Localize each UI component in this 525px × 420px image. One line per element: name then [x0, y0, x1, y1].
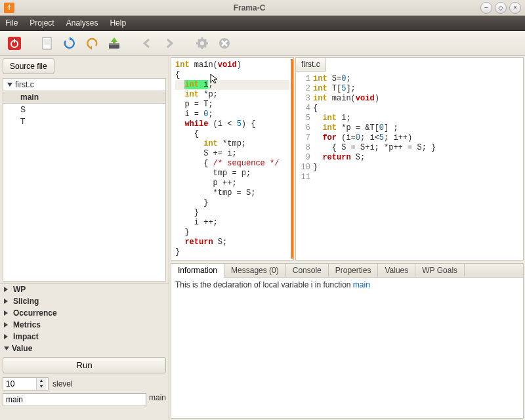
spin-down-icon[interactable]: ▼: [37, 384, 46, 390]
toolbar: [0, 31, 525, 56]
bottom-tab-strip: Information Messages (0) Console Propert…: [171, 264, 523, 278]
chevron-right-icon: [4, 287, 10, 292]
svg-rect-10: [109, 43, 119, 45]
tab-information[interactable]: Information: [171, 264, 224, 278]
window-title: Frama-C: [18, 3, 480, 12]
stop-icon[interactable]: [215, 34, 234, 52]
svg-rect-3: [43, 37, 51, 49]
svg-line-19: [198, 39, 200, 41]
chevron-down-icon: [7, 83, 12, 87]
menu-file[interactable]: File: [5, 18, 18, 28]
tab-properties[interactable]: Properties: [329, 264, 379, 277]
source-tab[interactable]: first.c: [296, 58, 326, 72]
tree-file-label: first.c: [15, 80, 34, 89]
menu-project[interactable]: Project: [30, 18, 54, 28]
svg-line-22: [205, 39, 206, 41]
reload-icon[interactable]: [60, 34, 79, 52]
save-icon[interactable]: [105, 34, 123, 52]
left-panel: Source file first.c main S T WP Slicing …: [0, 56, 169, 420]
information-body: This is the declaration of local variabl…: [171, 278, 523, 292]
spin-up-icon[interactable]: ▲: [37, 378, 46, 384]
svg-rect-2: [14, 39, 15, 43]
app-icon: f: [4, 3, 14, 13]
close-window-button[interactable]: ×: [509, 2, 521, 14]
info-link-main[interactable]: main: [353, 280, 370, 289]
chevron-right-icon: [4, 322, 10, 327]
analysis-metrics[interactable]: Metrics: [0, 319, 169, 331]
new-file-icon[interactable]: [38, 34, 56, 52]
gear-icon[interactable]: [193, 34, 211, 52]
analysis-value[interactable]: Value: [0, 343, 169, 354]
nav-forward-icon[interactable]: [160, 34, 178, 52]
nav-back-icon[interactable]: [138, 34, 156, 52]
chevron-right-icon: [4, 299, 10, 304]
analysis-impact[interactable]: Impact: [0, 331, 169, 343]
tab-console[interactable]: Console: [286, 264, 329, 277]
source-code-pane[interactable]: first.c 1int S=0; 2int T[5]; 3int main(v…: [295, 57, 524, 261]
tab-messages[interactable]: Messages (0): [224, 264, 286, 277]
svg-line-21: [198, 46, 200, 47]
analysis-occurrence[interactable]: Occurrence: [0, 307, 169, 319]
menu-analyses[interactable]: Analyses: [66, 18, 98, 28]
analysis-slicing[interactable]: Slicing: [0, 295, 169, 307]
tree-fn-s[interactable]: S: [3, 104, 165, 116]
chevron-right-icon: [4, 334, 10, 339]
svg-rect-12: [113, 41, 116, 43]
slevel-input[interactable]: [3, 378, 36, 390]
code-left-body[interactable]: int main(void) { int i; int *p; p = T; i…: [171, 58, 293, 260]
maximize-button[interactable]: ◇: [495, 2, 507, 14]
menu-help[interactable]: Help: [110, 18, 126, 28]
chevron-right-icon: [4, 310, 10, 316]
main-label: main: [149, 393, 166, 406]
tab-wp-goals[interactable]: WP Goals: [415, 264, 465, 277]
source-file-button[interactable]: Source file: [3, 58, 54, 74]
info-text: This is the declaration of local variabl…: [175, 280, 353, 289]
menubar: File Project Analyses Help: [0, 16, 525, 31]
slevel-spinner[interactable]: ▲▼: [3, 377, 49, 390]
reparse-icon[interactable]: [83, 34, 101, 52]
tab-values[interactable]: Values: [378, 264, 415, 277]
analyses-list: WP Slicing Occurrence Metrics Impact Val…: [0, 283, 169, 354]
power-button[interactable]: [5, 34, 24, 52]
tree-fn-t[interactable]: T: [3, 116, 165, 127]
function-tree[interactable]: first.c main S T: [3, 78, 166, 282]
svg-line-20: [205, 46, 206, 47]
svg-point-14: [200, 41, 204, 45]
analysis-wp[interactable]: WP: [0, 284, 169, 295]
chevron-down-icon: [4, 346, 9, 350]
main-input[interactable]: [3, 393, 146, 406]
tree-file[interactable]: first.c: [3, 79, 165, 91]
normalized-code-pane[interactable]: int main(void) { int i; int *p; p = T; i…: [171, 57, 294, 261]
slevel-label: slevel: [52, 379, 73, 388]
minimize-button[interactable]: −: [480, 2, 492, 14]
titlebar: f Frama-C − ◇ ×: [0, 0, 525, 16]
tree-fn-main[interactable]: main: [3, 91, 165, 104]
code-right-body[interactable]: 1int S=0; 2int T[5]; 3int main(void) 4{ …: [296, 72, 523, 260]
window-controls: − ◇ ×: [480, 2, 521, 14]
run-button[interactable]: Run: [3, 357, 166, 373]
bottom-panel: Information Messages (0) Console Propert…: [171, 263, 524, 419]
